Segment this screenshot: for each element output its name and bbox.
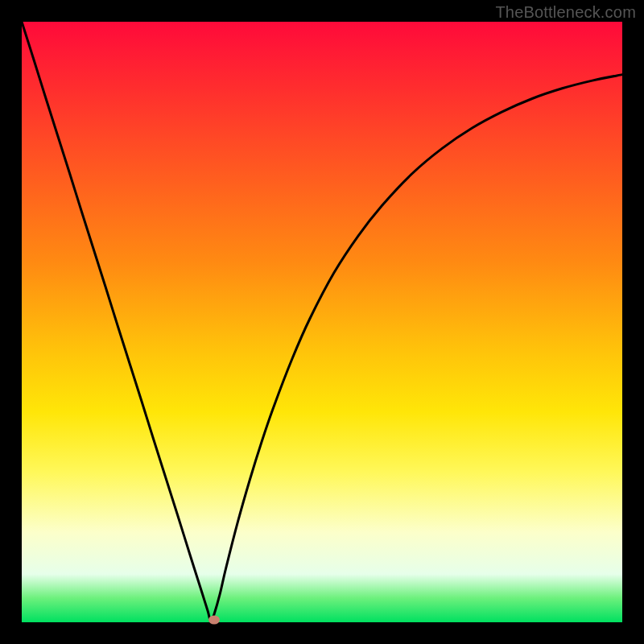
plot-area [22, 22, 622, 622]
chart-frame: TheBottleneck.com [0, 0, 644, 644]
bottleneck-curve [22, 22, 622, 622]
optimum-marker [208, 616, 220, 625]
watermark-text: TheBottleneck.com [495, 3, 636, 22]
curve-svg [22, 22, 622, 622]
